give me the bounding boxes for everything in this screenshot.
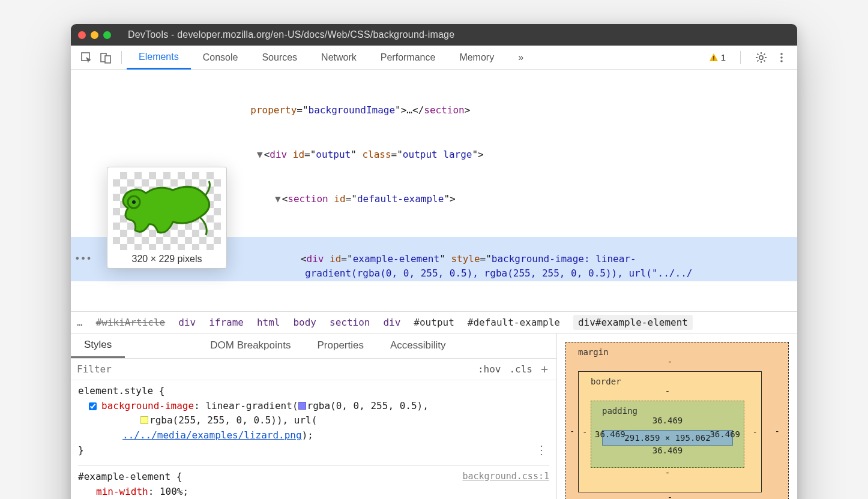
gutter-ellipsis-icon: •••	[71, 253, 92, 264]
breadcrumb-item-active[interactable]: div#example-element	[573, 315, 693, 330]
subtab-properties[interactable]: Properties	[304, 333, 376, 358]
color-swatch-icon[interactable]	[298, 402, 306, 410]
attr-name: class	[362, 149, 391, 160]
attr-value: output large	[403, 149, 472, 160]
box-border[interactable]: border - - - padding 36.469 36.469 36.46…	[578, 371, 762, 492]
rule-more-icon[interactable]: ⋮	[535, 441, 547, 459]
close-brace: }	[78, 443, 549, 458]
styles-filter-input[interactable]	[71, 363, 472, 375]
svg-line-11	[764, 60, 765, 61]
breadcrumb-item[interactable]: section	[330, 317, 370, 328]
tab-memory[interactable]: Memory	[447, 46, 506, 69]
image-dimensions-label: 320 × 229 pixels	[112, 254, 222, 264]
breadcrumb-bar[interactable]: … #wikiArticle div iframe html body sect…	[71, 312, 797, 333]
subtab-styles[interactable]: Styles	[71, 333, 125, 358]
window-minimize-button[interactable]	[91, 31, 98, 39]
attr-name: id	[330, 253, 341, 264]
css-value[interactable]: 100%;	[160, 486, 188, 497]
window-close-button[interactable]	[78, 31, 86, 39]
color-swatch-icon[interactable]	[140, 416, 148, 424]
css-value[interactable]: rgba(0, 0, 255, 0.5)	[307, 400, 423, 411]
border-top[interactable]: -	[591, 386, 744, 396]
padding-left[interactable]: 36.469	[595, 429, 625, 439]
breadcrumb-item[interactable]: #output	[414, 317, 454, 328]
image-preview-thumbnail	[113, 172, 221, 250]
tabs-overflow-button[interactable]: »	[506, 46, 535, 69]
styles-split: Styles DOM Breakpoints Properties Access…	[71, 333, 797, 499]
warnings-indicator[interactable]: 1	[709, 52, 726, 62]
close-tag: section	[424, 104, 464, 116]
padding-top[interactable]: 36.469	[602, 416, 733, 425]
subtab-computed[interactable]	[125, 333, 197, 358]
css-value[interactable]: linear-gradient(	[205, 400, 298, 411]
css-prop-name[interactable]: background-image	[101, 400, 194, 411]
breadcrumb-item[interactable]: body	[293, 317, 316, 328]
source-link[interactable]: background.css:1	[463, 470, 550, 483]
svg-line-10	[758, 53, 759, 55]
css-value[interactable]: rgba(255, 255, 0, 0.5)	[149, 414, 277, 426]
hov-toggle[interactable]: :hov	[478, 363, 501, 375]
svg-line-13	[764, 53, 765, 55]
breadcrumb-item[interactable]: div	[178, 317, 196, 328]
tag: div	[270, 149, 287, 160]
border-bottom[interactable]: -	[591, 468, 744, 477]
border-right[interactable]: -	[753, 427, 758, 437]
main-toolbar: Elements Console Sources Network Perform…	[71, 46, 797, 70]
padding-bottom[interactable]: 36.469	[602, 446, 733, 455]
svg-point-5	[759, 55, 763, 59]
style-rule-element: element.style { background-image: linear…	[78, 384, 549, 461]
margin-right[interactable]: -	[775, 426, 780, 436]
svg-rect-2	[105, 56, 110, 63]
subtab-accessibility[interactable]: Accessibility	[377, 333, 459, 358]
kebab-menu-icon[interactable]	[777, 52, 786, 64]
attr-name: style	[451, 253, 480, 264]
box-padding[interactable]: padding 36.469 36.469 36.469 291.859 × 1…	[591, 401, 744, 468]
border-left[interactable]: -	[582, 427, 587, 437]
subtab-dom-breakpoints[interactable]: DOM Breakpoints	[197, 333, 304, 358]
attr-name: id	[293, 149, 304, 160]
tab-performance[interactable]: Performance	[369, 46, 448, 69]
breadcrumb-item[interactable]: div	[383, 317, 400, 328]
css-value: url(	[294, 414, 318, 426]
breadcrumb-item[interactable]: #wikiArticle	[96, 317, 166, 328]
inspect-element-icon[interactable]	[80, 52, 92, 64]
lizard-icon	[113, 172, 221, 250]
breadcrumb-item[interactable]: iframe	[209, 317, 244, 328]
breadcrumb-overflow[interactable]: …	[77, 317, 83, 328]
attr-value: background-image: linear-	[492, 253, 636, 264]
device-toolbar-icon[interactable]	[100, 52, 112, 64]
attr-value-cont: gradient(rgba(0, 0, 255, 0.5), rgba(255,…	[305, 267, 692, 279]
url-link[interactable]: ../../media/examples/lizard.png	[122, 429, 302, 441]
property-toggle-checkbox[interactable]	[89, 402, 97, 410]
tab-sources[interactable]: Sources	[250, 46, 309, 69]
breadcrumb-item[interactable]: #default-example	[468, 317, 560, 328]
tab-network[interactable]: Network	[309, 46, 369, 69]
css-prop-name[interactable]: min-width	[96, 486, 148, 497]
breadcrumb-item[interactable]: html	[257, 317, 280, 328]
cls-toggle[interactable]: .cls	[509, 363, 532, 375]
titlebar: DevTools - developer.mozilla.org/en-US/d…	[71, 24, 797, 46]
tab-elements[interactable]: Elements	[127, 46, 191, 70]
settings-gear-icon[interactable]	[755, 52, 767, 64]
window-title: DevTools - developer.mozilla.org/en-US/d…	[128, 29, 454, 40]
tag: div	[307, 253, 324, 264]
tag: section	[288, 193, 328, 205]
devtools-window: DevTools - developer.mozilla.org/en-US/d…	[71, 24, 797, 499]
panel-tabs: Elements Console Sources Network Perform…	[127, 46, 535, 69]
attr-name: id	[334, 193, 345, 205]
window-zoom-button[interactable]	[103, 31, 111, 39]
margin-left[interactable]: -	[570, 426, 574, 436]
box-label: padding	[602, 406, 637, 416]
new-style-rule-button[interactable]: +	[541, 362, 550, 376]
style-rule-example-element: background.css:1 #example-element { min-…	[78, 465, 549, 499]
margin-bottom[interactable]: -	[578, 492, 762, 499]
box-margin[interactable]: margin - - - border - - - padding 36.469…	[565, 342, 789, 499]
margin-top[interactable]: -	[578, 357, 762, 366]
image-preview-tooltip: 320 × 229 pixels	[107, 167, 227, 269]
padding-right[interactable]: 36.469	[710, 429, 740, 439]
attr-value: output	[316, 149, 351, 160]
box-label: margin	[578, 347, 609, 357]
styles-subtabs: Styles DOM Breakpoints Properties Access…	[71, 333, 556, 359]
tab-console[interactable]: Console	[191, 46, 250, 69]
styles-rules[interactable]: element.style { background-image: linear…	[71, 380, 556, 499]
